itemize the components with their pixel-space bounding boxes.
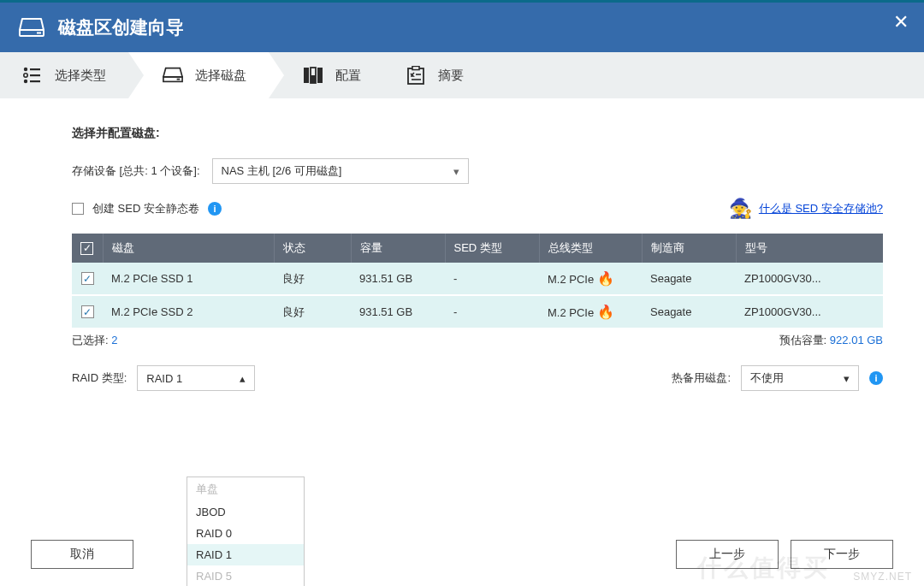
cell-disk: M.2 PCIe SSD 1 (103, 263, 274, 295)
storage-device-label: 存储设备 [总共: 1 个设备]: (72, 163, 200, 179)
cancel-button[interactable]: 取消 (31, 540, 133, 569)
disk-step-icon (163, 65, 183, 86)
wizard-icon: 🧙 (729, 198, 752, 220)
col-vendor[interactable]: 制造商 (642, 234, 736, 263)
step-select-type[interactable]: 选择类型 (0, 52, 128, 98)
raid-type-value: RAID 1 (146, 372, 182, 385)
col-sed[interactable]: SED 类型 (445, 234, 539, 263)
col-status[interactable]: 状态 (274, 234, 351, 263)
svg-rect-15 (412, 67, 419, 70)
col-capacity[interactable]: 容量 (351, 234, 445, 263)
svg-point-6 (24, 80, 27, 83)
cell-bus: M.2 PCIe 🔥 (539, 263, 642, 295)
svg-rect-5 (30, 74, 40, 76)
close-icon[interactable]: ✕ (893, 11, 909, 33)
selected-count-label: 已选择: (72, 334, 109, 346)
col-bus[interactable]: 总线类型 (539, 234, 642, 263)
raid-type-label: RAID 类型: (72, 370, 127, 386)
svg-rect-10 (304, 68, 309, 83)
estimate-capacity-value: 922.01 GB (830, 334, 883, 346)
disk-table: ✓ 磁盘 状态 容量 SED 类型 总线类型 制造商 型号 ✓M.2 PCIe … (72, 234, 883, 329)
cell-sed: - (445, 263, 539, 295)
info-icon[interactable]: i (208, 202, 222, 216)
cell-status: 良好 (274, 295, 351, 329)
svg-point-2 (24, 68, 27, 71)
list-settings-icon (22, 65, 43, 86)
cell-vendor: Seagate (642, 295, 736, 329)
sed-checkbox-label: 创建 SED 安全静态卷 (92, 201, 199, 216)
cell-disk: M.2 PCIe SSD 2 (103, 295, 274, 329)
disk-icon (19, 18, 44, 37)
svg-rect-14 (408, 68, 424, 84)
row-checkbox[interactable]: ✓ (81, 305, 94, 318)
cell-model: ZP1000GV30... (736, 263, 883, 295)
cell-capacity: 931.51 GB (351, 263, 445, 295)
cell-model: ZP1000GV30... (736, 295, 883, 329)
step-select-disk[interactable]: 选择磁盘 (128, 52, 269, 98)
storage-device-select[interactable]: NAS 主机 [2/6 可用磁盘] ▾ (212, 158, 469, 184)
raid-option: 单盘 (187, 477, 304, 501)
next-button[interactable]: 下一步 (791, 540, 893, 569)
fire-icon: 🔥 (597, 305, 614, 319)
prev-button[interactable]: 上一步 (676, 540, 779, 569)
raid-option[interactable]: RAID 0 (187, 523, 304, 544)
step-label: 选择磁盘 (195, 68, 246, 84)
svg-rect-7 (30, 80, 40, 82)
table-row[interactable]: ✓M.2 PCIe SSD 2良好931.51 GB-M.2 PCIe 🔥Sea… (72, 295, 883, 329)
step-label: 选择类型 (55, 68, 106, 84)
summary-icon (406, 65, 426, 86)
chevron-down-icon: ▾ (453, 165, 459, 178)
window-title: 磁盘区创建向导 (58, 15, 184, 39)
svg-rect-1 (37, 33, 41, 34)
raid-option[interactable]: RAID 1 (187, 544, 304, 565)
section-title: 选择并配置磁盘: (72, 126, 883, 141)
selected-count-value: 2 (111, 334, 117, 346)
svg-rect-12 (317, 68, 323, 83)
wizard-stepper: 选择类型 选择磁盘 配置 摘要 (0, 52, 924, 98)
col-disk[interactable]: 磁盘 (103, 234, 274, 263)
cell-capacity: 931.51 GB (351, 295, 445, 329)
row-checkbox[interactable]: ✓ (81, 272, 94, 285)
svg-rect-3 (30, 68, 40, 70)
col-model[interactable]: 型号 (736, 234, 883, 263)
raid-type-dropdown[interactable]: 单盘JBODRAID 0RAID 1RAID 5RAID 6RAID 10RAI… (187, 476, 305, 586)
chevron-down-icon: ▾ (844, 372, 850, 385)
cell-status: 良好 (274, 263, 351, 295)
storage-device-value: NAS 主机 [2/6 可用磁盘] (222, 163, 342, 179)
sed-checkbox[interactable] (72, 203, 84, 215)
raid-type-select[interactable]: RAID 1 ▴ (137, 365, 255, 391)
step-label: 摘要 (438, 68, 464, 84)
hotspare-label: 热备用磁盘: (672, 370, 731, 386)
raid-option: RAID 5 (187, 565, 304, 586)
step-summary[interactable]: 摘要 (383, 52, 486, 98)
raid-option[interactable]: JBOD (187, 501, 304, 523)
step-label: 配置 (335, 68, 361, 84)
cell-vendor: Seagate (642, 263, 736, 295)
sed-help-link[interactable]: 什么是 SED 安全存储池? (759, 201, 883, 216)
step-configure[interactable]: 配置 (269, 52, 383, 98)
hotspare-value: 不使用 (750, 370, 784, 386)
titlebar: 磁盘区创建向导 ✕ (0, 3, 924, 52)
svg-point-4 (24, 74, 27, 77)
table-row[interactable]: ✓M.2 PCIe SSD 1良好931.51 GB-M.2 PCIe 🔥Sea… (72, 263, 883, 295)
cell-sed: - (445, 295, 539, 329)
hotspare-select[interactable]: 不使用 ▾ (741, 365, 859, 391)
svg-rect-9 (177, 79, 181, 80)
svg-rect-13 (311, 75, 316, 83)
fire-icon: 🔥 (597, 271, 614, 286)
select-all-checkbox[interactable]: ✓ (80, 242, 93, 255)
sliders-icon (303, 65, 323, 86)
cell-bus: M.2 PCIe 🔥 (539, 295, 642, 329)
info-icon[interactable]: i (869, 371, 883, 385)
chevron-up-icon: ▴ (240, 372, 246, 385)
estimate-capacity-label: 预估容量: (779, 334, 827, 346)
